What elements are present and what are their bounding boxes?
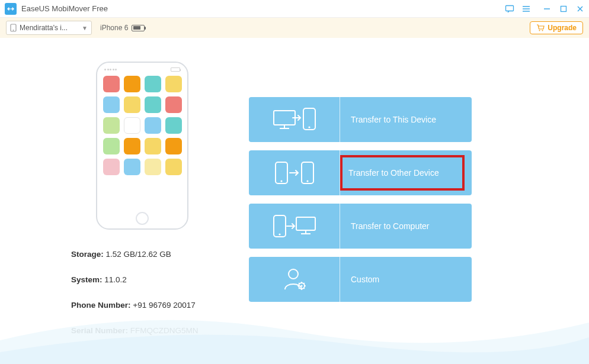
app-tile (145, 76, 161, 92)
battery-icon (132, 25, 145, 31)
app-tile (165, 76, 182, 92)
feedback-icon[interactable] (505, 4, 514, 14)
svg-rect-0 (506, 5, 514, 11)
title-bar: EaseUS MobiMover Free (0, 0, 589, 18)
storage-label: Storage: (71, 250, 104, 259)
custom-button[interactable]: Custom (249, 257, 472, 302)
main-area: Storage: 1.52 GB/12.62 GB System: 11.0.2… (0, 38, 589, 364)
upgrade-button[interactable]: Upgrade (530, 21, 583, 34)
menu-icon[interactable] (521, 4, 531, 14)
app-tile (124, 138, 140, 154)
storage-value: 1.52 GB/12.62 GB (106, 250, 171, 259)
computer-to-phone-icon (249, 97, 340, 142)
option-label: Transfer to This Device (340, 115, 472, 124)
user-gear-icon (249, 257, 340, 302)
cart-icon (536, 24, 545, 31)
app-tile (124, 159, 140, 175)
close-button[interactable] (576, 5, 584, 13)
info-serial: Serial Number: FFMQCZDNG5MN (71, 326, 249, 335)
svg-line-28 (299, 283, 299, 284)
app-tile (103, 159, 120, 175)
option-label: Transfer to Computer (340, 221, 472, 231)
app-tile (165, 117, 182, 134)
svg-line-29 (303, 288, 304, 289)
app-tile (124, 117, 140, 134)
app-tile (165, 159, 182, 175)
dropdown-label: Mendiratta's i... (20, 24, 68, 32)
device-info: Storage: 1.52 GB/12.62 GB System: 11.0.2… (36, 250, 249, 335)
maximize-button[interactable] (559, 5, 568, 13)
phone-to-computer-icon (249, 204, 340, 249)
svg-point-15 (306, 180, 308, 182)
minimize-button[interactable] (543, 5, 551, 13)
app-logo-icon (5, 3, 17, 15)
system-label: System: (71, 275, 103, 284)
svg-point-23 (300, 285, 302, 286)
transfer-to-computer-button[interactable]: Transfer to Computer (249, 204, 472, 249)
app-tile (103, 117, 120, 134)
serial-value: FFMQCZDNG5MN (130, 326, 199, 335)
info-system: System: 11.0.2 (71, 275, 249, 284)
chevron-down-icon: ▼ (82, 25, 88, 31)
app-tile (145, 117, 161, 134)
right-panel: Transfer to This Device Transfer to Othe… (249, 62, 559, 364)
phone-number-value: +91 96769 20017 (133, 301, 195, 310)
info-phone-number: Phone Number: +91 96769 20017 (71, 301, 249, 310)
transfer-to-other-device-button[interactable]: Transfer to Other Device (249, 150, 472, 195)
left-panel: Storage: 1.52 GB/12.62 GB System: 11.0.2… (36, 62, 249, 364)
svg-point-11 (308, 126, 310, 128)
svg-point-4 (13, 30, 14, 31)
app-tile (103, 76, 120, 92)
device-dropdown[interactable]: Mendiratta's i... ▼ (6, 21, 92, 35)
svg-point-5 (539, 30, 540, 31)
transfer-to-this-device-button[interactable]: Transfer to This Device (249, 97, 472, 142)
app-title: EaseUS MobiMover Free (21, 4, 505, 13)
app-tile (103, 138, 120, 154)
system-value: 11.0.2 (104, 275, 127, 284)
device-bar: Mendiratta's i... ▼ iPhone 6 Upgrade (0, 18, 589, 38)
app-tile (124, 76, 140, 92)
svg-point-21 (289, 269, 298, 279)
phone-mockup (96, 62, 188, 230)
home-button-icon (136, 212, 149, 225)
phone-number-label: Phone Number: (71, 301, 131, 310)
app-tile (165, 138, 182, 154)
svg-point-17 (279, 233, 280, 235)
phone-small-icon (10, 24, 17, 32)
app-tile (124, 96, 140, 113)
svg-rect-7 (274, 111, 295, 125)
app-tile (145, 159, 161, 175)
option-label: Custom (340, 275, 472, 284)
svg-rect-18 (296, 217, 315, 230)
svg-line-31 (299, 288, 299, 289)
svg-rect-2 (561, 6, 566, 11)
app-tile (103, 96, 120, 113)
upgrade-label: Upgrade (548, 24, 577, 32)
info-storage: Storage: 1.52 GB/12.62 GB (71, 250, 249, 259)
svg-point-6 (542, 30, 543, 31)
app-tile (145, 96, 161, 113)
device-model-label: iPhone 6 (100, 24, 145, 32)
app-tile (165, 96, 182, 113)
option-label: Transfer to Other Device (340, 155, 465, 191)
device-model-text: iPhone 6 (100, 24, 128, 32)
app-tile (145, 138, 161, 154)
svg-point-13 (280, 180, 282, 182)
svg-line-30 (303, 283, 304, 284)
serial-label: Serial Number: (71, 326, 128, 335)
phone-to-phone-icon (249, 150, 340, 195)
